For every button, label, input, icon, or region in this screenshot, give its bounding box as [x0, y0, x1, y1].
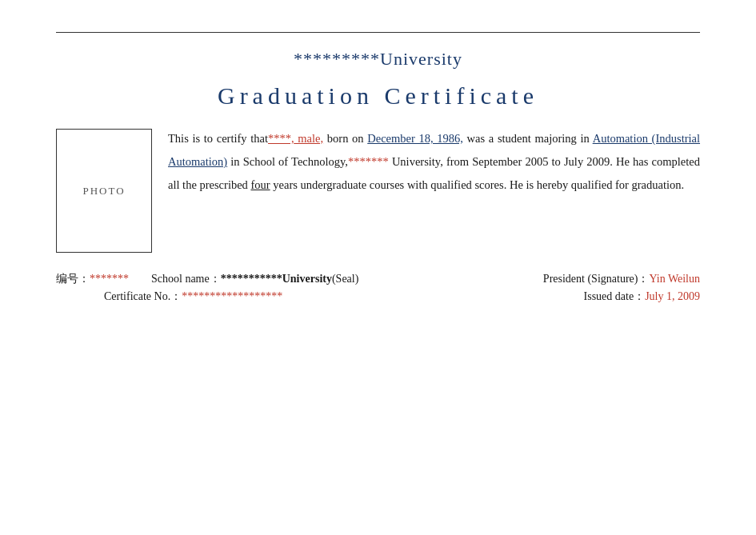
- university-bold: University: [282, 273, 332, 285]
- issued-date: July 1, 2009: [645, 290, 700, 303]
- sentence2-suffix: years undergraduate courses with qualifi…: [270, 178, 685, 191]
- period-text: from September 2005 to July 2009.: [443, 155, 613, 168]
- school-prefix: in School of Technology,: [227, 155, 348, 168]
- university-word: University,: [389, 155, 443, 168]
- four-years: four: [250, 178, 270, 191]
- bianhao-label: 编号：: [56, 272, 90, 286]
- student-gender: male,: [294, 132, 323, 145]
- school-stars: *******: [348, 155, 389, 168]
- issued-label: Issued date：: [584, 289, 646, 304]
- photo-box: PHOTO: [56, 129, 152, 253]
- body-prefix: This is to certify that: [168, 132, 268, 145]
- certificate-page: *********University Graduation Certifica…: [0, 0, 756, 535]
- school-name-label: School name：: [151, 272, 221, 286]
- certificate-body-text: This is to certify that****, male, born …: [168, 127, 700, 253]
- seal-text: (Seal): [332, 273, 358, 285]
- university-title: *********University: [56, 49, 700, 70]
- footer-section: 编号： ******* School name： *********** Uni…: [56, 272, 700, 304]
- bianhao-value: *******: [90, 273, 129, 285]
- born-prefix: born on: [323, 132, 367, 145]
- footer-row-1: 编号： ******* School name： *********** Uni…: [56, 272, 700, 286]
- president-name: Yin Weilun: [649, 273, 700, 285]
- certificate-title: Graduation Certificate: [56, 82, 700, 110]
- date-of-birth: December 18, 1986,: [367, 132, 463, 145]
- cert-no-value: ******************: [182, 290, 282, 303]
- president-label: President (Signature)：: [543, 272, 650, 286]
- top-divider: [56, 32, 700, 33]
- main-content: PHOTO This is to certify that****, male,…: [56, 127, 700, 253]
- school-name-bold: ***********: [221, 273, 282, 285]
- footer-row-2: Certificate No.： ****************** Issu…: [56, 289, 700, 304]
- middle-text: was a student majoring in: [463, 132, 593, 145]
- photo-label: PHOTO: [82, 185, 125, 198]
- student-name: ****,: [268, 132, 294, 145]
- cert-no-label: Certificate No.：: [104, 289, 182, 304]
